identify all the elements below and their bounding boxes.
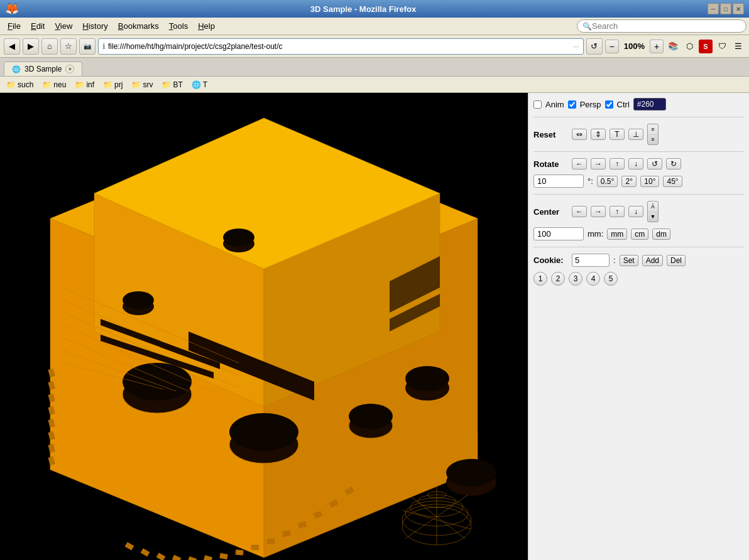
center-left-btn[interactable]: ←	[572, 206, 587, 217]
unit-cm-btn[interactable]: cm	[631, 229, 648, 240]
preset-10-btn[interactable]: 10°	[640, 176, 659, 187]
menu-view[interactable]: View	[50, 20, 77, 32]
svg-rect-25	[267, 538, 275, 544]
menu-icon[interactable]: ☰	[731, 40, 745, 53]
preset-45-btn[interactable]: 45°	[663, 176, 682, 187]
menu-bookmarks[interactable]: Bookmarks	[113, 20, 164, 32]
center-divider-btn1[interactable]: Ā ▼	[647, 201, 659, 222]
cookie-num-3[interactable]: 3	[569, 272, 582, 286]
reset-divider-btn1[interactable]: ≡ ≡	[647, 124, 659, 145]
bookmark-neu[interactable]: 📁 neu	[40, 79, 68, 90]
reset-t-btn[interactable]: T	[610, 129, 625, 140]
bookmark-inf[interactable]: 📁 inf	[72, 79, 97, 90]
menu-history[interactable]: History	[77, 20, 112, 32]
home-button[interactable]: ⌂	[41, 38, 58, 55]
bookmark-t[interactable]: 🌐 T	[189, 79, 210, 90]
reload-button[interactable]: ↺	[586, 38, 603, 55]
3d-viewport[interactable]	[0, 93, 528, 560]
rotate-left-btn[interactable]: ←	[572, 158, 587, 170]
anim-checkbox[interactable]	[533, 100, 542, 109]
shield-icon[interactable]: 🛡	[715, 40, 729, 53]
reset-lr-btn[interactable]: ⇔	[572, 129, 587, 140]
sync-icon[interactable]: ⬡	[682, 40, 696, 53]
minimize-button[interactable]: ─	[708, 3, 719, 14]
rotate-up-btn[interactable]: ↑	[610, 158, 625, 170]
cookie-set-btn[interactable]: Set	[620, 255, 638, 266]
reset-perp-btn[interactable]: ⊥	[628, 129, 643, 140]
center-divider-top[interactable]: Ā	[648, 202, 658, 212]
cookie-add-btn[interactable]: Add	[642, 255, 663, 266]
rotate-ccw-btn[interactable]: ↺	[647, 158, 662, 170]
preset-05-btn[interactable]: 0.5°	[597, 176, 618, 187]
rotate-value-row: °: 0.5° 2° 10° 45°	[533, 175, 744, 188]
more-icon[interactable]: ···	[573, 42, 579, 51]
cookie-num-1[interactable]: 1	[533, 272, 547, 286]
separator-2	[533, 151, 744, 152]
reset-ud-btn[interactable]: ⇕	[591, 129, 606, 140]
separator-4	[533, 247, 744, 247]
unit-dm-btn[interactable]: dm	[652, 229, 670, 240]
reset-divider-bot[interactable]: ≡	[648, 135, 658, 145]
rotate-value-input[interactable]	[533, 175, 584, 188]
tabbar: 🌐 3D Sample ×	[0, 58, 749, 77]
close-button[interactable]: ✕	[733, 3, 744, 14]
ctrl-checkbox[interactable]	[605, 100, 613, 109]
bookmark-star-button[interactable]: ☆	[60, 38, 77, 55]
bookmark-srv[interactable]: 📁 srv	[129, 79, 155, 90]
right-panel: Anim Persp Ctrl Reset ⇔ ⇕ T ⊥ ≡ ≡ Rotate…	[528, 93, 749, 560]
bookmark-prj[interactable]: 📁 prj	[101, 79, 125, 90]
bookmark-bt[interactable]: 📁 BT	[159, 79, 185, 90]
separator-3	[533, 194, 744, 195]
center-value-input[interactable]	[533, 227, 584, 240]
zoom-out-button[interactable]: −	[605, 40, 619, 53]
bookmark-such[interactable]: 📁 such	[4, 79, 36, 90]
cookie-value-input[interactable]	[572, 254, 610, 267]
reset-row: Reset ⇔ ⇕ T ⊥ ≡ ≡	[533, 124, 744, 145]
forward-button[interactable]: ▶	[23, 38, 39, 55]
bookmark-label: srv	[143, 80, 153, 89]
mm-label: mm:	[588, 229, 603, 239]
profile-s-icon[interactable]: S	[699, 40, 713, 53]
tab-favicon: 🌐	[12, 65, 21, 73]
menubar: File Edit View History Bookmarks Tools H…	[0, 18, 749, 35]
url-input[interactable]	[108, 42, 571, 51]
cookie-del-btn[interactable]: Del	[667, 255, 686, 266]
zoom-in-button[interactable]: +	[650, 40, 664, 53]
center-up-btn[interactable]: ↑	[610, 206, 625, 217]
cookie-num-2[interactable]: 2	[551, 272, 565, 286]
hash-input[interactable]	[633, 98, 666, 110]
navbar: ◀ ▶ ⌂ ☆ 📷 ℹ ··· ↺ − 100% + 📚 ⬡ S 🛡 ☰	[0, 35, 749, 58]
rotate-cw-btn[interactable]: ↻	[666, 158, 681, 170]
separator-1	[533, 117, 744, 117]
center-right-btn[interactable]: →	[591, 206, 606, 217]
top-controls-row: Anim Persp Ctrl	[533, 98, 744, 110]
cookie-num-5[interactable]: 5	[604, 272, 618, 286]
tab-3d-sample[interactable]: 🌐 3D Sample ×	[4, 62, 82, 76]
folder-icon: 🌐	[192, 80, 201, 89]
cookie-label: Cookie:	[533, 256, 568, 265]
reset-divider-top[interactable]: ≡	[648, 124, 658, 135]
svg-point-36	[349, 404, 393, 429]
center-divider-bot[interactable]: ▼	[648, 212, 658, 222]
search-container: 🔍	[225, 19, 746, 33]
cookie-num-4[interactable]: 4	[586, 272, 600, 286]
rotate-down-btn[interactable]: ↓	[628, 158, 643, 170]
menu-edit[interactable]: Edit	[26, 20, 50, 32]
rotate-right-btn[interactable]: →	[591, 158, 606, 170]
content-area: Anim Persp Ctrl Reset ⇔ ⇕ T ⊥ ≡ ≡ Rotate…	[0, 93, 749, 560]
url-bar: ℹ ···	[98, 38, 584, 55]
search-input[interactable]	[592, 21, 730, 31]
maximize-button[interactable]: □	[720, 3, 731, 14]
screenshot-button[interactable]: 📷	[79, 38, 96, 55]
menu-tools[interactable]: Tools	[164, 20, 193, 32]
menu-file[interactable]: File	[3, 20, 26, 32]
tab-close-button[interactable]: ×	[65, 65, 74, 73]
library-icon[interactable]: 📚	[666, 40, 680, 53]
back-button[interactable]: ◀	[4, 38, 20, 55]
center-down-btn[interactable]: ↓	[628, 206, 643, 217]
cookie-numbers-row: 1 2 3 4 5	[533, 272, 744, 286]
unit-mm-btn[interactable]: mm	[607, 229, 627, 240]
persp-checkbox[interactable]	[568, 100, 576, 109]
preset-2-btn[interactable]: 2°	[621, 176, 637, 187]
menu-help[interactable]: Help	[193, 20, 220, 32]
